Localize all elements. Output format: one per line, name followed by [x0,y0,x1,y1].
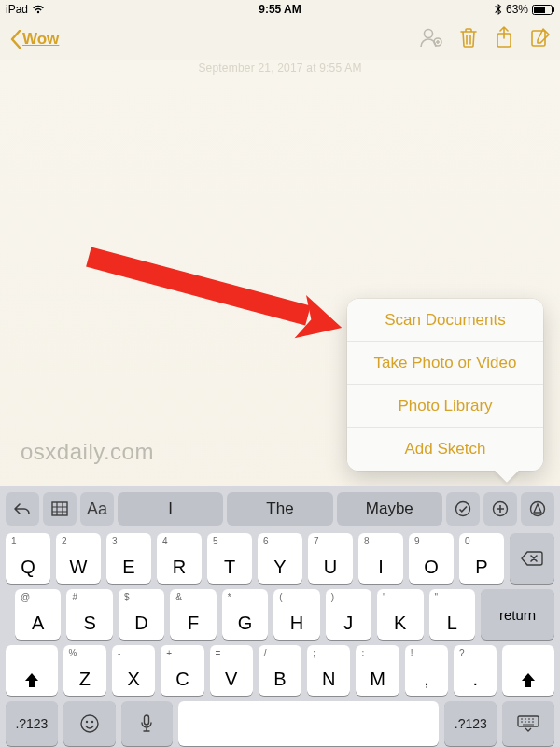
key-hide-keyboard[interactable] [502,701,554,746]
key-t[interactable]: 5T [207,533,252,584]
key-e[interactable]: 3E [106,533,151,584]
key-b[interactable]: /B [259,645,301,696]
bluetooth-icon [495,4,502,15]
keyboard: Aa I The Maybe 1Q2W3E4R5T6Y7U8I9O0P @A#S… [0,486,560,747]
markup-button[interactable] [521,492,554,526]
key-v[interactable]: =V [210,645,253,696]
popover-item-scan-documents[interactable]: Scan Documents [347,299,543,342]
svg-rect-16 [145,715,149,725]
undo-button[interactable] [6,492,39,526]
key-j[interactable]: )J [326,589,371,640]
key-backspace[interactable] [510,533,554,584]
svg-point-13 [81,715,98,732]
key-a[interactable]: @A [15,589,61,640]
key-dictation[interactable] [121,701,174,746]
checklist-button[interactable] [446,492,480,526]
format-button[interactable]: Aa [80,492,114,526]
svg-point-15 [91,721,92,723]
key-o[interactable]: 9O [409,533,454,584]
key-m[interactable]: :M [356,645,399,696]
key-z[interactable]: %Z [63,645,106,696]
wifi-icon [32,5,45,14]
popover-item-take-photo[interactable]: Take Photo or Video [347,342,543,385]
key-u[interactable]: 7U [308,533,353,584]
table-button[interactable] [43,492,77,526]
compose-icon[interactable] [530,27,551,51]
battery-icon [532,5,554,15]
key-shift-right[interactable] [502,645,554,696]
key-p[interactable]: 0P [459,533,504,584]
device-label: iPad [6,3,28,16]
clock: 9:55 AM [259,3,301,16]
key-w[interactable]: 2W [56,533,101,584]
key-return[interactable]: return [481,589,554,640]
note-timestamp: September 21, 2017 at 9:55 AM [0,62,560,75]
key-shift-left[interactable] [6,645,58,696]
key-g[interactable]: *G [222,589,268,640]
key-x[interactable]: -X [112,645,155,696]
key-n[interactable]: ;N [307,645,350,696]
svg-rect-9 [52,502,67,515]
popover-item-add-sketch[interactable]: Add Sketch [347,428,543,471]
key-f[interactable]: &F [170,589,216,640]
svg-point-10 [456,502,470,516]
chevron-left-icon [9,30,22,49]
key-r[interactable]: 4R [157,533,202,584]
svg-point-3 [425,30,433,38]
battery-percent: 63% [506,3,528,16]
key-emoji[interactable] [63,701,116,746]
nav-bar: Wow [0,19,560,60]
back-button[interactable]: Wow [9,30,59,49]
suggestion-3[interactable]: Maybe [337,492,442,526]
key-mode-right[interactable]: .?123 [444,701,497,746]
watermark-text: osxdaily.com [21,439,154,465]
collaborate-icon[interactable] [420,27,442,51]
key-i[interactable]: 8I [358,533,403,584]
key-y[interactable]: 6Y [258,533,302,584]
svg-rect-2 [553,7,554,12]
trash-icon[interactable] [459,27,478,51]
suggestion-1[interactable]: I [118,492,223,526]
key-s[interactable]: #S [66,589,112,640]
insert-popover: Scan Documents Take Photo or Video Photo… [347,299,543,471]
key-h[interactable]: (H [273,589,319,640]
key-q[interactable]: 1Q [6,533,50,584]
key-mode-left[interactable]: .?123 [6,701,58,746]
key-l[interactable]: "L [429,589,475,640]
svg-point-14 [85,721,87,723]
svg-rect-1 [534,7,545,13]
share-icon[interactable] [495,26,513,52]
key-d[interactable]: $D [119,589,164,640]
key-space[interactable] [178,701,439,746]
key-,[interactable]: !, [405,645,448,696]
suggestion-bar: Aa I The Maybe [0,486,560,528]
insert-button[interactable] [483,492,517,526]
popover-item-photo-library[interactable]: Photo Library [347,385,543,428]
suggestion-2[interactable]: The [227,492,332,526]
key-c[interactable]: +C [161,645,203,696]
back-label: Wow [22,30,59,49]
key-.[interactable]: ?. [454,645,497,696]
key-k[interactable]: 'K [377,589,423,640]
status-bar: iPad 9:55 AM 63% [0,0,560,19]
